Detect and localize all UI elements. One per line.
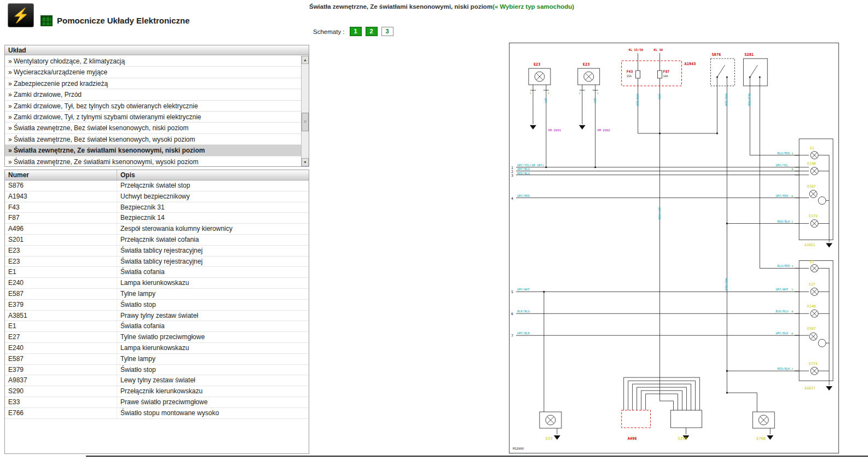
uklad-list-item[interactable]: » Światła zewnętrzne, Ze światłami kseno…	[5, 145, 301, 156]
svg-text:RED/BLU: RED/BLU	[517, 172, 530, 175]
component-description: Uchwyt bezpiecznikowy	[117, 191, 309, 202]
table-row: F87 Bezpiecznik 14	[5, 213, 309, 224]
svg-text:E379: E379	[809, 362, 818, 366]
svg-text:GRY/RED: GRY/RED	[517, 194, 530, 197]
uklad-list-item[interactable]: » Światła zewnętrzne, Bez świateł ksenon…	[5, 123, 301, 133]
uklad-list-item[interactable]: » Wentylatory chłodzące, Z klimatyzacją	[5, 56, 301, 67]
table-row: E27 Tylne światło przeciwmgłowe	[5, 332, 309, 343]
svg-text:BLU/RED: BLU/RED	[777, 152, 790, 155]
uklad-list-item[interactable]: » Światła zewnętrzne, Bez świateł ksenon…	[5, 134, 301, 145]
svg-text:4: 4	[511, 196, 513, 201]
table-row: A1943 Uchwyt bezpiecznikowy	[5, 191, 309, 202]
svg-text:6: 6	[511, 312, 513, 316]
svg-text:7: 7	[511, 334, 513, 338]
module-a496-box	[622, 410, 651, 428]
svg-text:GRY: GRY	[593, 98, 597, 104]
uklad-list-item[interactable]: » Wycieraczka/urządzenie myjące	[5, 67, 301, 78]
svg-text:BLK/BLU: BLK/BLU	[517, 310, 530, 313]
uklad-scrollbar[interactable]: ▲ ▼	[301, 56, 309, 166]
svg-text:A496: A496	[628, 436, 637, 441]
components-table-body: S876 Przełącznik świateł stop A1943 Uchw…	[5, 180, 309, 419]
svg-text:S201: S201	[744, 53, 754, 57]
svg-text:KL 30: KL 30	[654, 48, 663, 51]
component-description: Przełącznik świateł stop	[117, 180, 309, 191]
svg-text:A3851: A3851	[805, 243, 815, 248]
schematy-page-button[interactable]: 2	[366, 27, 378, 36]
table-row: E33 Prawe światło przeciwmgłowe	[5, 397, 309, 408]
uklad-list: » Wentylatory chłodzące, Z klimatyzacją …	[5, 56, 301, 166]
component-description: Światło stop	[117, 365, 309, 375]
component-number: S201	[5, 235, 117, 245]
table-row: E23 Światła tablicy rejestracyjnej	[5, 257, 309, 267]
svg-text:4: 4	[791, 310, 793, 313]
uklad-list-item[interactable]: » Zamki drzwiowe, Tył, z tylnymi szybami…	[5, 112, 301, 123]
component-number: E379	[5, 365, 117, 375]
component-number: E587	[5, 354, 117, 364]
svg-text:E240: E240	[807, 161, 816, 166]
svg-text:3: 3	[791, 152, 793, 155]
svg-text:F87: F87	[663, 69, 670, 74]
svg-text:KL 15/50: KL 15/50	[629, 48, 643, 51]
svg-text:2: 2	[791, 368, 793, 370]
svg-text:BLU/RED: BLU/RED	[777, 264, 790, 267]
component-number: S290	[5, 386, 117, 397]
svg-text:5: 5	[511, 290, 513, 294]
svg-text:E240: E240	[807, 304, 816, 308]
component-number: A9837	[5, 375, 117, 386]
svg-text:2: 2	[597, 92, 599, 95]
table-row: E240 Lampa kierunkowskazu	[5, 278, 309, 289]
scroll-up-icon[interactable]: ▲	[302, 56, 309, 64]
table-row: S876 Przełącznik świateł stop	[5, 180, 309, 191]
component-number: A3851	[5, 311, 117, 321]
svg-text:2: 2	[548, 92, 549, 95]
diagram-wires	[516, 53, 833, 434]
svg-text:E587: E587	[807, 184, 816, 189]
table-row: S201 Przełącznik świateł cofania	[5, 235, 309, 246]
svg-text:E1: E1	[810, 260, 814, 264]
uklad-list-item[interactable]: » Zamki drzwiowe, Przód	[5, 89, 301, 100]
svg-text:GRY: GRY	[544, 98, 547, 104]
svg-text:GRY/RED: GRY/RED	[658, 207, 661, 220]
schematy-page-button[interactable]: 3	[381, 27, 394, 36]
bottom-divider	[86, 456, 868, 457]
component-description: Tylne lampy	[117, 354, 309, 364]
scrollbar-thumb[interactable]	[302, 113, 309, 131]
component-number: E33	[5, 397, 117, 407]
table-row: A496 Zespół sterowania kolumny kierownic…	[5, 224, 309, 235]
table-row: E379 Światło stop	[5, 300, 309, 311]
svg-text:GRN/BLK: GRN/BLK	[636, 94, 639, 107]
page-title: Pomocnicze Układy Elektroniczne	[56, 16, 190, 27]
svg-text:1: 1	[579, 92, 581, 95]
svg-text:A1943: A1943	[684, 62, 696, 66]
component-number: E379	[5, 300, 117, 310]
choose-car-type-link[interactable]: (« Wybierz typ samochodu)	[493, 3, 574, 10]
svg-text:6: 6	[791, 195, 793, 197]
components-table-header: Numer Opis	[5, 170, 309, 180]
uklad-list-item[interactable]: » Zabezpieczenie przed kradzieżą	[5, 78, 301, 89]
table-row: E1 Światła cofania	[5, 321, 309, 332]
svg-text:BLU/RED: BLU/RED	[748, 94, 751, 106]
component-description: Światła cofania	[117, 267, 309, 277]
svg-text:E23: E23	[583, 62, 590, 67]
scroll-down-icon[interactable]: ▼	[302, 158, 309, 166]
svg-text:GRN: GRN	[658, 94, 661, 99]
component-description: Prawe światło przeciwmgłowe	[117, 397, 309, 407]
table-row: E1 Światła cofania	[5, 267, 309, 278]
svg-text:E379: E379	[809, 214, 818, 218]
table-row: E23 Światła tablicy rejestracyjnej	[5, 246, 309, 257]
uklad-list-item[interactable]: » Zamki drzwiowe, Tył, bez tylnych szyb …	[5, 101, 301, 112]
uklad-list-item[interactable]: » Światła zewnętrzne, Ze światłami kseno…	[5, 156, 301, 166]
component-number: F43	[5, 202, 117, 213]
component-number: E766	[5, 408, 117, 418]
table-row: S290 Przełącznik kierunkowskazu	[5, 386, 309, 397]
svg-text:GRY/WHT: GRY/WHT	[776, 288, 789, 291]
app-logo-icon: ⚡	[8, 3, 34, 27]
table-row: E587 Tylne lampy	[5, 289, 309, 300]
schematy-page-button[interactable]: 1	[350, 27, 362, 36]
svg-text:RED/BLK: RED/BLK	[777, 367, 790, 370]
component-number: E240	[5, 278, 117, 288]
svg-text:3: 3	[791, 265, 793, 267]
component-description: Światło stopu montowane wysoko	[117, 408, 309, 418]
svg-text:E766: E766	[756, 436, 766, 441]
component-number: A496	[5, 224, 117, 234]
